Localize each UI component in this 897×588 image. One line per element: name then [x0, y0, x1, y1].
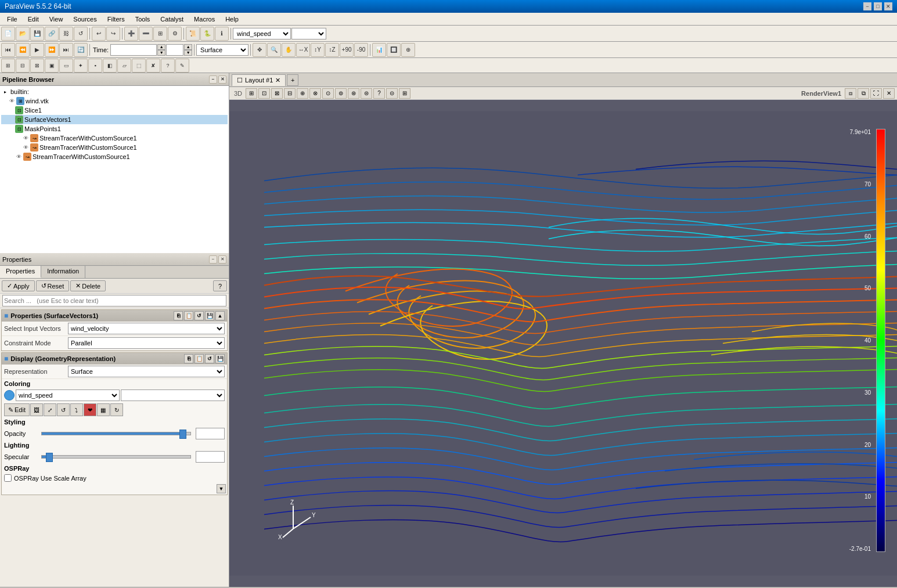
zoom-data-button[interactable]: ⊕: [401, 43, 415, 57]
settings-button[interactable]: ⚙: [168, 27, 182, 41]
tree-item-stream3[interactable]: 👁 ↝ StreamTracerWithCustomSource1: [1, 152, 228, 161]
help-button[interactable]: ?: [213, 280, 227, 291]
tree-item-surface-vectors1[interactable]: ⊡ SurfaceVectors1: [1, 115, 228, 124]
display-reset[interactable]: ↺: [205, 354, 214, 363]
rt-btn-8[interactable]: ⊚: [335, 88, 347, 99]
apply-button[interactable]: ✓ Apply: [2, 280, 35, 291]
view-mode-2[interactable]: ⊟: [16, 59, 30, 73]
tree-item-stream2[interactable]: 👁 ↝ StreamTracerWithCustomSource1: [1, 143, 228, 152]
script-button[interactable]: 📜: [186, 27, 200, 41]
rt-btn-9[interactable]: ⊛: [348, 88, 359, 99]
menu-help[interactable]: Help: [221, 15, 243, 24]
rt-btn-12[interactable]: ⊝: [386, 88, 398, 99]
section-scroll-up[interactable]: ▲: [215, 311, 225, 320]
query-button[interactable]: ?: [161, 59, 175, 73]
rt-btn-10[interactable]: ⊜: [361, 88, 372, 99]
colormap-icon7[interactable]: ↻: [110, 403, 123, 416]
connect-button[interactable]: 🔗: [45, 27, 59, 41]
opacity-slider-thumb[interactable]: [179, 430, 186, 439]
specular-slider-thumb[interactable]: [46, 453, 53, 462]
select-point[interactable]: ✦: [74, 59, 88, 73]
pipeline-minimize[interactable]: −: [209, 75, 217, 84]
tab-properties[interactable]: Properties: [0, 266, 41, 278]
tree-item-builtin[interactable]: ▸ builtin:: [1, 87, 228, 96]
constraint-mode-select[interactable]: Parallel: [68, 337, 225, 349]
colormap-icon4[interactable]: ⤵: [70, 403, 83, 416]
layout-tab-1[interactable]: ☐ Layout #1 ✕: [232, 74, 286, 86]
rotate-x-button[interactable]: ↔X: [296, 43, 310, 57]
redo-button[interactable]: ↪: [106, 27, 120, 41]
zoom-button[interactable]: 🔍: [267, 43, 281, 57]
rotate-z-button[interactable]: ↕Z: [325, 43, 339, 57]
view-mode-4[interactable]: ▣: [45, 59, 59, 73]
rotate-90-button[interactable]: +90: [340, 43, 354, 57]
add-layout-button[interactable]: +: [287, 74, 298, 86]
specular-slider-track[interactable]: [41, 455, 191, 459]
scalar-bar-button[interactable]: 📊: [372, 43, 386, 57]
eye-icon-wind-vtk[interactable]: 👁: [8, 98, 15, 104]
time-step-down[interactable]: ▼: [184, 50, 192, 56]
rt-btn-13[interactable]: ⊞: [399, 88, 410, 99]
menu-catalyst[interactable]: Catalyst: [156, 15, 188, 24]
rt-btn-1[interactable]: ⊞: [246, 88, 257, 99]
menu-tools[interactable]: Tools: [131, 15, 155, 24]
camera-reset-button[interactable]: ⊞: [153, 27, 167, 41]
surface-mode-select[interactable]: Surface: [196, 44, 248, 56]
time-spin-up[interactable]: ▲: [157, 44, 165, 50]
close-button[interactable]: ✕: [884, 2, 892, 10]
menu-macros[interactable]: Macros: [189, 15, 219, 24]
colormap-icon5[interactable]: ❤: [84, 403, 96, 416]
opacity-slider-track[interactable]: [41, 432, 191, 435]
input-vectors-select[interactable]: wind_velocity: [68, 323, 225, 334]
rt-btn-2[interactable]: ⊡: [258, 88, 270, 99]
time-loop-button[interactable]: 🔄: [74, 43, 88, 57]
minimize-button[interactable]: −: [863, 2, 871, 10]
eye-icon-stream1[interactable]: 👁: [22, 135, 29, 142]
new-file-button[interactable]: 📄: [1, 27, 15, 41]
coloring-component-select[interactable]: [121, 389, 225, 401]
section-scroll-down[interactable]: ▼: [217, 484, 226, 493]
layout-tab-close[interactable]: ✕: [275, 77, 280, 84]
reset-camera-button[interactable]: 🔲: [387, 43, 401, 57]
info-button[interactable]: ℹ: [215, 27, 229, 41]
representation-select[interactable]: Surface: [68, 366, 225, 377]
time-play-button[interactable]: ▶: [30, 43, 44, 57]
display-paste[interactable]: 📋: [194, 354, 204, 363]
display-save[interactable]: 💾: [215, 354, 225, 363]
rt-btn-5[interactable]: ⊕: [297, 88, 308, 99]
time-last-button[interactable]: ⏭: [59, 43, 73, 57]
refresh-button[interactable]: ↺: [74, 27, 88, 41]
eye-icon-stream3[interactable]: 👁: [15, 153, 22, 160]
rt-split-v[interactable]: ⧉: [858, 88, 869, 99]
rt-btn-3[interactable]: ⊠: [271, 88, 283, 99]
camera-minus-button[interactable]: ➖: [139, 27, 153, 41]
props-minimize[interactable]: −: [209, 255, 217, 264]
pan-button[interactable]: ✋: [282, 43, 296, 57]
tree-item-slice1[interactable]: ⊡ Slice1: [1, 106, 228, 115]
select-cell[interactable]: ▪: [88, 59, 102, 73]
section-paste[interactable]: 📋: [184, 311, 193, 320]
pipeline-close[interactable]: ✕: [218, 75, 226, 84]
rotate-n90-button[interactable]: -90: [354, 43, 368, 57]
menu-file[interactable]: File: [2, 15, 22, 24]
colormap-icon6[interactable]: ▦: [97, 403, 110, 416]
time-spin-down[interactable]: ▼: [157, 50, 165, 56]
menu-edit[interactable]: Edit: [23, 15, 44, 24]
delete-button[interactable]: ✕ Delete: [70, 280, 106, 291]
maximize-button[interactable]: □: [874, 2, 882, 10]
menu-sources[interactable]: Sources: [69, 15, 101, 24]
time-step-up[interactable]: ▲: [184, 44, 192, 50]
section-save[interactable]: 💾: [205, 311, 214, 320]
props-search-input[interactable]: [2, 295, 226, 306]
section-copy[interactable]: ⎘: [174, 311, 183, 320]
interact-button[interactable]: ✥: [253, 43, 266, 57]
annotation-button[interactable]: ✎: [175, 59, 189, 73]
ospray-checkbox[interactable]: [4, 474, 12, 482]
rt-split-h[interactable]: ⧈: [845, 88, 856, 99]
tree-item-stream1[interactable]: 👁 ↝ StreamTracerWithCustomSource1: [1, 134, 228, 143]
open-file-button[interactable]: 📂: [16, 27, 30, 41]
select-surface2[interactable]: ▱: [117, 59, 131, 73]
colormap-icon3[interactable]: ↺: [57, 403, 70, 416]
view-mode-3[interactable]: ⊠: [30, 59, 44, 73]
view-mode-1[interactable]: ⊞: [1, 59, 15, 73]
